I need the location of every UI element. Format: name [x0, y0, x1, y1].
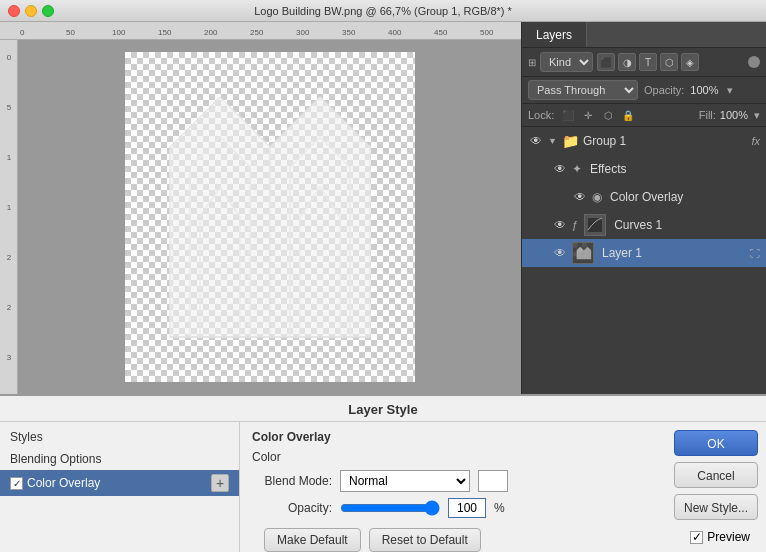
blend-mode-dropdown[interactable]: Normal	[340, 470, 470, 492]
main-area: 0 50 100 150 200 250 300 350 400 450 500…	[0, 22, 766, 394]
kind-select[interactable]: Kind	[540, 52, 593, 72]
color-swatch[interactable]	[478, 470, 508, 492]
curves-thumbnail	[584, 214, 606, 236]
svg-text:1: 1	[7, 203, 12, 212]
ruler-mark: 50	[66, 28, 112, 37]
lock-row: Lock: ⬛ ✛ ⬡ 🔒 Fill: 100% ▾	[522, 104, 766, 127]
svg-marker-9	[270, 97, 370, 337]
minimize-button[interactable]	[25, 5, 37, 17]
layers-panel: Layers ⊞ Kind ⬛ ◑ T ⬡ ◈ Pass Through Opa…	[521, 22, 766, 394]
layer-effects[interactable]: 👁 ✦ Effects	[522, 155, 766, 183]
ruler-mark: 500	[480, 28, 521, 37]
visibility-icon[interactable]: 👁	[552, 217, 568, 233]
dialog-actions: OK Cancel New Style... ✓ Preview	[666, 422, 766, 552]
svg-text:1: 1	[7, 153, 12, 162]
cancel-button[interactable]: Cancel	[674, 462, 758, 488]
effects-icon: ✦	[572, 162, 582, 176]
svg-text:2: 2	[7, 303, 12, 312]
style-item-color-overlay[interactable]: ✓ Color Overlay +	[0, 470, 239, 496]
opacity-slider[interactable]	[340, 501, 440, 515]
traffic-lights	[8, 5, 54, 17]
reset-default-button[interactable]: Reset to Default	[369, 528, 481, 552]
ruler-top: 0 50 100 150 200 250 300 350 400 450 500…	[0, 22, 521, 40]
ruler-mark: 150	[158, 28, 204, 37]
opacity-percent: %	[494, 501, 505, 515]
folder-icon: 📁	[562, 133, 579, 149]
ruler-numbers: 0 50 100 150 200 250 300 350 400 450 500…	[0, 28, 521, 37]
lock-artboard-icon[interactable]: ⬡	[600, 107, 616, 123]
group-arrow-icon[interactable]: ▼	[548, 136, 557, 146]
fill-label: Fill:	[699, 109, 716, 121]
opacity-value: 100%	[690, 84, 718, 96]
opacity-row: Opacity: %	[252, 498, 654, 518]
color-overlay-label: Color Overlay	[27, 476, 100, 490]
ok-button[interactable]: OK	[674, 430, 758, 456]
layers-filter-row: ⊞ Kind ⬛ ◑ T ⬡ ◈	[522, 48, 766, 77]
layer-name: Layer 1	[602, 246, 746, 260]
opacity-dropdown-icon[interactable]: ▾	[727, 84, 733, 97]
smart-object-icon: ƒ	[572, 219, 578, 231]
ruler-mark: 200	[204, 28, 250, 37]
lock-pixel-icon[interactable]: ⬛	[560, 107, 576, 123]
opacity-label: Opacity:	[252, 501, 332, 515]
blend-opacity-row: Pass Through Opacity: 100% ▾	[522, 77, 766, 104]
layer-link-icon: ⛶	[750, 248, 760, 259]
ruler-mark: 350	[342, 28, 388, 37]
ruler-side: 0 5 1 1 2 2 3	[0, 40, 18, 394]
fill-dropdown-icon[interactable]: ▾	[754, 109, 760, 122]
filter-toggle[interactable]	[748, 56, 760, 68]
style-item-blending[interactable]: Blending Options	[0, 448, 239, 470]
layer-1[interactable]: 👁 Layer 1 ⛶	[522, 239, 766, 267]
visibility-icon[interactable]: 👁	[552, 245, 568, 261]
new-style-button[interactable]: New Style...	[674, 494, 758, 520]
ruler-mark: 100	[112, 28, 158, 37]
window-title: Logo Building BW.png @ 66,7% (Group 1, R…	[254, 5, 512, 17]
visibility-icon[interactable]: 👁	[528, 133, 544, 149]
add-style-button[interactable]: +	[211, 474, 229, 492]
filter-kind-label: ⊞	[528, 57, 536, 68]
lock-move-icon[interactable]: ✛	[580, 107, 596, 123]
color-overlay-checkbox[interactable]: ✓	[10, 477, 23, 490]
layer-name: Effects	[590, 162, 760, 176]
close-button[interactable]	[8, 5, 20, 17]
layer-fx-badge: fx	[751, 135, 760, 147]
svg-rect-16	[573, 243, 578, 248]
style-item-styles[interactable]: Styles	[0, 426, 239, 448]
filter-adjust-icon[interactable]: ◑	[618, 53, 636, 71]
tab-layers[interactable]: Layers	[522, 22, 587, 47]
svg-text:5: 5	[7, 103, 12, 112]
title-bar: Logo Building BW.png @ 66,7% (Group 1, R…	[0, 0, 766, 22]
lock-all-icon[interactable]: 🔒	[620, 107, 636, 123]
visibility-icon[interactable]: 👁	[552, 161, 568, 177]
svg-marker-8	[170, 97, 270, 337]
dialog-body: Styles Blending Options ✓ Color Overlay …	[0, 422, 766, 552]
visibility-icon[interactable]: 👁	[572, 189, 588, 205]
filter-smart-icon[interactable]: ◈	[681, 53, 699, 71]
blend-mode-select[interactable]: Pass Through	[528, 80, 638, 100]
svg-text:2: 2	[7, 253, 12, 262]
logo-overlay: .logo-shape { fill: none; stroke: #e8e8e…	[125, 52, 415, 382]
filter-type-icon[interactable]: T	[639, 53, 657, 71]
ruler-mark: 0	[20, 28, 66, 37]
maximize-button[interactable]	[42, 5, 54, 17]
filter-pixel-icon[interactable]: ⬛	[597, 53, 615, 71]
make-default-button[interactable]: Make Default	[264, 528, 361, 552]
opacity-input[interactable]	[448, 498, 486, 518]
svg-rect-18	[582, 243, 587, 248]
layer-curves1[interactable]: 👁 ƒ Curves 1	[522, 211, 766, 239]
svg-text:0: 0	[7, 53, 12, 62]
preview-checkbox[interactable]: ✓	[690, 531, 703, 544]
ruler-mark: 250	[250, 28, 296, 37]
layer-name: Curves 1	[614, 218, 760, 232]
blend-mode-label: Blend Mode:	[252, 474, 332, 488]
preview-row: ✓ Preview	[674, 526, 758, 548]
layer-group1[interactable]: 👁 ▼ 📁 Group 1 fx	[522, 127, 766, 155]
canvas-area: 0 50 100 150 200 250 300 350 400 450 500…	[0, 22, 521, 394]
ruler-mark: 450	[434, 28, 480, 37]
layer-list: 👁 ▼ 📁 Group 1 fx 👁 ✦ Effects 👁 ◉ Color O…	[522, 127, 766, 394]
bottom-buttons: Make Default Reset to Default	[252, 524, 654, 552]
lock-label: Lock:	[528, 109, 554, 121]
layer-style-dialog: Layer Style Styles Blending Options ✓ Co…	[0, 394, 766, 552]
filter-shape-icon[interactable]: ⬡	[660, 53, 678, 71]
layer-color-overlay[interactable]: 👁 ◉ Color Overlay	[522, 183, 766, 211]
